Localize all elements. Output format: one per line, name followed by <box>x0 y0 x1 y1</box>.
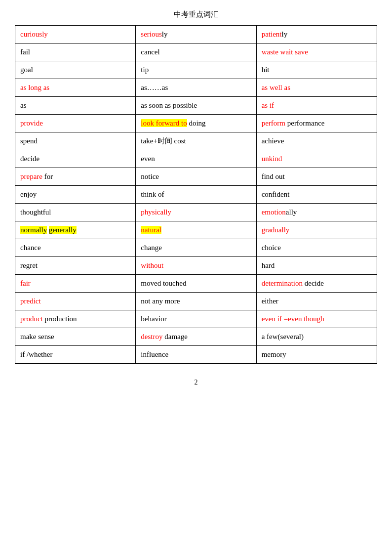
table-row: decideevenunkind <box>15 150 377 168</box>
table-cell: seriously <box>136 26 256 43</box>
table-cell: spend <box>15 132 136 150</box>
table-cell: normally generally <box>15 221 136 239</box>
table-row: providelook forward to doingperform perf… <box>15 115 377 132</box>
table-cell: as……as <box>136 79 256 97</box>
table-row: thoughtfulphysicallyemotionally <box>15 204 377 221</box>
table-cell: not any more <box>136 293 256 310</box>
page-title: 中考重点词汇 <box>15 10 377 19</box>
table-row: if /whetherinfluencememory <box>15 346 377 364</box>
table-row: regretwithouthard <box>15 257 377 275</box>
table-cell: thoughtful <box>15 204 136 221</box>
table-cell: as soon as possible <box>136 97 256 115</box>
table-row: as long asas……asas well as <box>15 79 377 97</box>
table-cell: behavior <box>136 310 256 328</box>
table-cell: goal <box>15 61 136 79</box>
table-cell: influence <box>136 346 256 364</box>
table-cell: notice <box>136 168 256 186</box>
table-row: curiouslyseriouslypatiently <box>15 26 377 43</box>
table-cell: look forward to doing <box>136 115 256 132</box>
table-cell: change <box>136 239 256 257</box>
table-row: prepare fornoticefind out <box>15 168 377 186</box>
table-cell: think of <box>136 186 256 204</box>
table-cell: determination decide <box>256 275 377 293</box>
vocabulary-table: curiouslyseriouslypatientlyfailcancelwas… <box>15 25 377 364</box>
table-cell: tip <box>136 61 256 79</box>
table-row: predictnot any moreeither <box>15 293 377 310</box>
table-cell: choice <box>256 239 377 257</box>
table-cell: hit <box>256 61 377 79</box>
table-cell: moved touched <box>136 275 256 293</box>
table-cell: regret <box>15 257 136 275</box>
table-cell: predict <box>15 293 136 310</box>
table-cell: even if =even though <box>256 310 377 328</box>
table-cell: fail <box>15 43 136 61</box>
table-row: product productionbehavioreven if =even … <box>15 310 377 328</box>
table-cell: take+时间 cost <box>136 132 256 150</box>
table-cell: natural <box>136 221 256 239</box>
table-row: asas soon as possibleas if <box>15 97 377 115</box>
table-row: enjoythink ofconfident <box>15 186 377 204</box>
table-row: chancechangechoice <box>15 239 377 257</box>
table-cell: a few(several) <box>256 328 377 346</box>
table-cell: as long as <box>15 79 136 97</box>
table-cell: make sense <box>15 328 136 346</box>
table-cell: as <box>15 97 136 115</box>
table-cell: if /whether <box>15 346 136 364</box>
table-cell: memory <box>256 346 377 364</box>
table-row: goaltiphit <box>15 61 377 79</box>
table-cell: physically <box>136 204 256 221</box>
table-row: spendtake+时间 costachieve <box>15 132 377 150</box>
table-cell: curiously <box>15 26 136 43</box>
table-row: make sensedestroy damagea few(several) <box>15 328 377 346</box>
table-cell: perform performance <box>256 115 377 132</box>
table-cell: patiently <box>256 26 377 43</box>
page-number: 2 <box>15 379 377 386</box>
table-cell: chance <box>15 239 136 257</box>
table-cell: provide <box>15 115 136 132</box>
table-cell: find out <box>256 168 377 186</box>
table-cell: unkind <box>256 150 377 168</box>
table-cell: achieve <box>256 132 377 150</box>
table-cell: gradually <box>256 221 377 239</box>
table-cell: decide <box>15 150 136 168</box>
table-cell: hard <box>256 257 377 275</box>
table-cell: fair <box>15 275 136 293</box>
table-row: failcancelwaste wait save <box>15 43 377 61</box>
table-cell: prepare for <box>15 168 136 186</box>
table-cell: enjoy <box>15 186 136 204</box>
table-cell: cancel <box>136 43 256 61</box>
table-cell: either <box>256 293 377 310</box>
table-cell: waste wait save <box>256 43 377 61</box>
table-row: normally generallynaturalgradually <box>15 221 377 239</box>
table-row: fairmoved toucheddetermination decide <box>15 275 377 293</box>
table-cell: as if <box>256 97 377 115</box>
table-cell: as well as <box>256 79 377 97</box>
table-cell: product production <box>15 310 136 328</box>
table-cell: even <box>136 150 256 168</box>
table-cell: destroy damage <box>136 328 256 346</box>
table-cell: without <box>136 257 256 275</box>
table-cell: confident <box>256 186 377 204</box>
table-cell: emotionally <box>256 204 377 221</box>
